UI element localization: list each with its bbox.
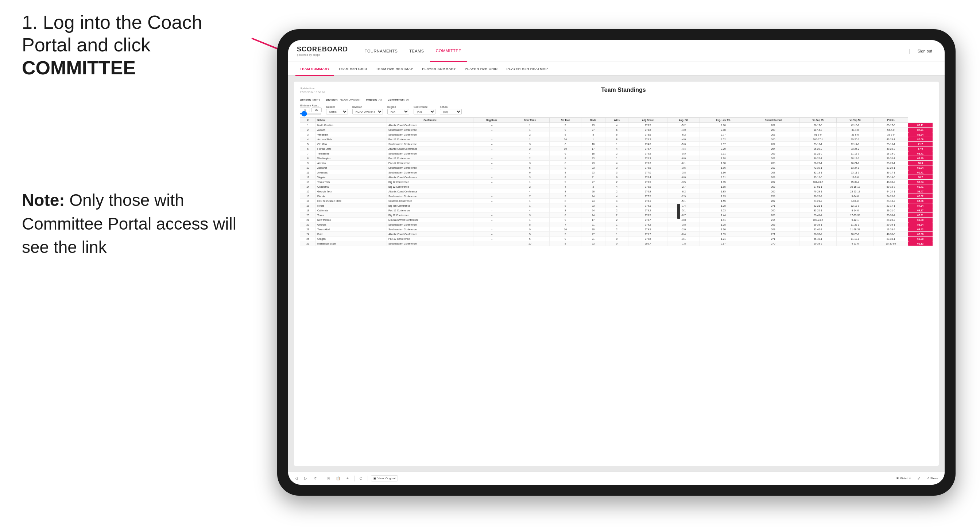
table-cell: 4-21-0 — [837, 241, 874, 246]
table-cell: -3.5 — [667, 165, 700, 170]
sub-nav-player-summary[interactable]: PLAYER SUMMARY — [418, 62, 460, 76]
nav-tournaments[interactable]: TOURNAMENTS — [359, 40, 403, 62]
table-cell: 21 — [581, 175, 605, 180]
toolbar-copy-btn[interactable]: ⎘ — [325, 475, 332, 482]
table-cell: 11-29-1 — [837, 222, 874, 227]
col-rank: # — [300, 118, 316, 123]
table-cell: 9 — [510, 227, 550, 232]
sub-nav-team-summary[interactable]: TEAM SUMMARY — [296, 62, 334, 76]
table-cell: Washington — [316, 156, 387, 161]
table-row: 15Georgia TechAtlantic Coast Conference–… — [300, 189, 933, 194]
table-cell: East Tennessee State — [316, 198, 387, 203]
table-cell: Mississippi State — [316, 241, 387, 246]
table-cell: 3 — [510, 213, 550, 217]
table-cell: California — [316, 208, 387, 213]
table-cell: 17 — [581, 146, 605, 151]
table-cell: – — [473, 180, 510, 184]
sub-nav-team-h2h-grid[interactable]: TEAM H2H GRID — [334, 62, 372, 76]
view-original-icon: ▣ — [374, 477, 376, 480]
region-select[interactable]: N/A — [387, 109, 409, 114]
table-cell: 276.9 — [628, 165, 667, 170]
table-cell: Pac-12 Conference — [387, 156, 473, 161]
table-row: 2AuburnSoutheastern Conference–19276273.… — [300, 127, 933, 132]
toolbar-view-original-btn[interactable]: ▣ View: Original — [371, 475, 398, 481]
conference-select[interactable]: (All) — [414, 109, 436, 114]
toolbar-share-btn[interactable]: ↗ Share — [924, 476, 940, 481]
toolbar-clock-btn[interactable]: ⏱ — [358, 475, 365, 482]
school-select[interactable]: (All) — [440, 109, 462, 114]
table-cell: 6 — [605, 175, 628, 180]
watch-label: Watch ▾ — [900, 477, 911, 480]
table-cell: 83-15-0 — [799, 175, 837, 180]
table-cell: 17 — [581, 217, 605, 222]
table-cell: 2 — [605, 180, 628, 184]
toolbar-add-btn[interactable]: + — [344, 475, 351, 482]
table-cell: 8 — [550, 198, 581, 203]
toolbar-paste-btn[interactable]: 📋 — [334, 475, 342, 482]
table-cell: 2.77 — [700, 132, 747, 137]
rounds-slider[interactable] — [300, 113, 322, 114]
table-cell: 2.52 — [700, 137, 747, 142]
table-cell: 265 — [747, 151, 799, 156]
nav-committee[interactable]: COMMITTEE — [430, 40, 468, 62]
table-cell: 21 — [300, 217, 316, 222]
table-cell: 23 — [581, 241, 605, 246]
table-cell: 92-40-3 — [799, 227, 837, 232]
table-cell: 67.9 — [908, 146, 933, 151]
table-cell: Arkansas — [316, 170, 387, 175]
table-cell: 217 — [747, 165, 799, 170]
table-cell: 8 — [550, 203, 581, 208]
table-cell: 203 — [747, 132, 799, 137]
sign-out-link[interactable]: Sign out — [914, 49, 936, 53]
table-cell: 1.44 — [700, 213, 747, 217]
table-cell: -4.0 — [667, 127, 700, 132]
table-cell: 15-30-80 — [874, 241, 908, 246]
table-cell: 26 — [300, 241, 316, 246]
table-cell: 2 — [605, 189, 628, 194]
table-cell: 24 — [300, 232, 316, 237]
nav-teams[interactable]: TEAMS — [403, 40, 430, 62]
table-cell: -5.2 — [667, 123, 700, 127]
table-cell: 29-6-0 — [837, 132, 874, 137]
gender-control-label: Gender — [326, 106, 348, 108]
table-cell: Southeastern Conference — [387, 227, 473, 232]
filter-division-value: NCAA Division I — [340, 98, 360, 101]
table-cell: Atlantic Coast Conference — [387, 146, 473, 151]
filter-gender-label: Gender: — [300, 98, 311, 101]
table-cell: Texas Tech — [316, 180, 387, 184]
toolbar-expand-btn[interactable]: ⤢ — [915, 475, 923, 482]
table-row: 8WashingtonPac-12 Conference–28231276.3-… — [300, 156, 933, 161]
toolbar-forward-btn[interactable]: ▷ — [302, 475, 309, 482]
table-cell: -6.1 — [667, 161, 700, 165]
table-cell: 12-13-0 — [837, 203, 874, 208]
table-cell: 5 — [510, 232, 550, 237]
table-cell: 23 — [581, 156, 605, 161]
sub-nav-team-h2h-heatmap[interactable]: TEAM H2H HEATMAP — [372, 62, 418, 76]
table-cell: 1 — [605, 156, 628, 161]
sub-nav-player-h2h-grid[interactable]: PLAYER H2H GRID — [460, 62, 502, 76]
table-cell: 36-17-1 — [874, 170, 908, 175]
toolbar-back-btn[interactable]: ◁ — [293, 475, 300, 482]
toolbar-refresh-btn[interactable]: ↺ — [312, 475, 319, 482]
table-cell: 273.6 — [628, 132, 667, 137]
gender-select[interactable]: Men's — [326, 109, 348, 114]
toolbar-watch-btn[interactable]: 👁 Watch ▾ — [894, 476, 913, 481]
table-cell: 264 — [747, 146, 799, 151]
table-cell: Mountain West Conference — [387, 217, 473, 222]
table-cell: 4 — [510, 151, 550, 156]
table-row: 18IllinoisBig Ten Conference–18231279.1-… — [300, 203, 933, 208]
table-cell: 265 — [747, 137, 799, 142]
sub-nav-player-h2h-heatmap[interactable]: PLAYER H2H HEATMAP — [502, 62, 552, 76]
table-cell: Southeastern Conference — [387, 151, 473, 156]
col-school: School — [316, 118, 387, 123]
table-cell: 88-17-0 — [799, 123, 837, 127]
table-cell: 27 — [581, 180, 605, 184]
table-cell: 54-4-0 — [874, 127, 908, 132]
table-cell: 4 — [510, 189, 550, 194]
table-cell: Illinois — [316, 203, 387, 208]
table-row: 16FloridaSoutheastern Conference–7924427… — [300, 194, 933, 198]
table-cell: 2 — [605, 213, 628, 217]
division-select[interactable]: NCAA Division I — [352, 109, 383, 114]
table-cell: 14 — [300, 184, 316, 189]
table-cell: 275.7 — [628, 146, 667, 151]
